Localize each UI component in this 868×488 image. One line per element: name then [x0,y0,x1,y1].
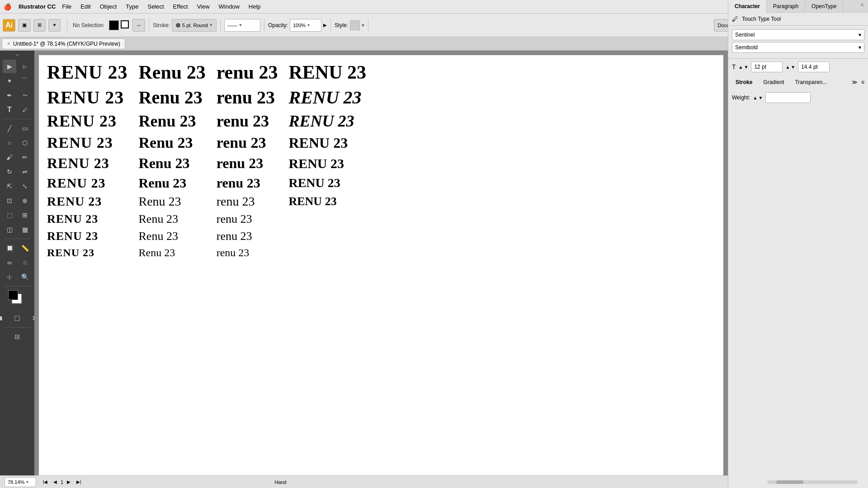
rotate-tool[interactable]: ↻ [3,165,16,178]
width-profile-select[interactable]: —— ▾ [224,19,260,32]
zoom-tool[interactable]: 🔍 [18,270,32,284]
fill-color[interactable] [109,20,119,30]
color-swatches[interactable] [8,290,26,308]
font-size-input[interactable]: 12 pt [751,61,783,72]
selection-tool[interactable]: ▶ [3,60,16,73]
panel-close-btn[interactable]: ✕ [860,2,864,8]
direct-select-tool[interactable]: ▷ [18,60,32,73]
stroke-color-swatch[interactable] [121,20,131,30]
text-cell-bold: RENU 23 [43,174,133,192]
menu-edit[interactable]: Edit [76,2,95,11]
menu-window[interactable]: Window [214,2,244,11]
separator-4 [264,19,264,32]
style-dropdown-icon: ▾ [362,22,364,28]
stroke-size-btn[interactable]: 5 pt. Round ▾ [172,19,217,32]
select-icon: ▣ [22,22,27,28]
pencil-tool[interactable]: ✏ [18,150,32,164]
type-tool[interactable]: T [3,103,16,117]
transparent-panel-tab[interactable]: Transparen... [791,78,830,87]
shape-builder-tool[interactable]: ⊕ [18,194,32,207]
menu-type[interactable]: Type [121,2,143,11]
brush-tool[interactable]: 🖌 [3,150,16,164]
fill-stroke-toggle[interactable]: ↔ [132,19,145,32]
main-area: ‹‹ ▶ ▷ ✦ ⌒ ✒ 〜 T 🖊 ╱ ▭ ○ ⬡ 🖌 ✏ [0,51,868,475]
prev-page-btn[interactable]: ◀ [51,478,60,487]
blend-tool[interactable]: ∞ [3,256,16,269]
font-family-select[interactable]: Sentinel ▾ [732,29,864,40]
text-cell-variant: RENU 23 [283,192,372,211]
perspective-tool[interactable]: ⬚ [3,208,16,222]
measure-tool[interactable]: 📏 [18,241,32,255]
table-row: RENU 23Renu 23renu 23RENU 23 [43,153,372,174]
magic-wand-tool[interactable]: ✦ [3,74,16,88]
polygon-tool[interactable]: ⬡ [18,136,32,150]
pen-tool[interactable]: ✒ [3,89,16,102]
opentype-tab[interactable]: OpenType [805,0,843,13]
switch-workspace-btn[interactable]: ⊞ [33,19,46,32]
stroke-panel-tab[interactable]: Stroke [732,78,756,87]
font-style-dropdown-icon: ▾ [859,44,861,51]
toolbox-collapse[interactable]: ‹‹ [16,52,19,57]
chart-tool[interactable]: ▦ [18,223,32,236]
scale-tool[interactable]: ⇱ [3,179,16,193]
text-cell-title: Renu 23 [133,85,211,110]
gradient-tool[interactable]: ◫ [3,223,16,236]
weight-input[interactable] [765,92,811,103]
text-cell-lower: renu 23 [211,211,283,228]
apple-menu[interactable]: 🍎 [4,3,11,10]
touch-type-tool[interactable]: 🖊 [18,103,32,117]
logo-mark-btn[interactable]: ✦ [48,19,61,32]
canvas: RENU 23Renu 23renu 23RENU 23RENU 23Renu … [39,55,723,475]
selection-label: No Selection [71,22,107,28]
paragraph-tab[interactable]: Paragraph [767,0,805,13]
tab-close-btn[interactable]: ✕ [7,41,10,46]
menu-object[interactable]: Object [95,2,122,11]
menu-select[interactable]: Select [143,2,168,11]
fill-icon[interactable]: ■ [0,311,7,325]
mesh-tool[interactable]: ⊞ [18,208,32,222]
style-swatch[interactable] [350,20,360,30]
weight-up-icon: ▲ [753,95,757,100]
menu-view[interactable]: View [193,2,214,11]
panel-options-icon[interactable]: ≫ [852,79,858,85]
zoom-value: 78.14% [8,479,24,485]
symbol-tool[interactable]: ☆ [18,256,32,269]
text-cell-title: Renu 23 [133,110,211,132]
stroke-icon[interactable]: □ [10,311,24,325]
opacity-input[interactable]: 100% ▾ [290,19,321,32]
reflect-tool[interactable]: ⇌ [18,165,32,178]
last-page-btn[interactable]: ▶| [74,478,83,487]
line-tool[interactable]: ╱ [3,122,16,135]
h-scrollbar[interactable] [767,480,858,484]
ai-icon-btn: Ai [3,19,15,32]
text-cell-variant: RENU 23 [283,60,372,85]
rect-tool[interactable]: ▭ [18,122,32,135]
lasso-tool[interactable]: ⌒ [18,74,32,88]
menu-help[interactable]: Help [244,2,265,11]
free-transform-tool[interactable]: ⊡ [3,194,16,207]
next-page-btn[interactable]: ▶ [64,478,73,487]
curvature-tool[interactable]: 〜 [18,89,32,102]
ellipse-tool[interactable]: ○ [3,136,16,150]
menu-file[interactable]: File [57,2,76,11]
slice-tool[interactable]: ⊹ [3,270,16,284]
text-cell-title: Renu 23 [133,245,211,261]
font-style-select[interactable]: Semibold ▾ [732,42,864,53]
panel-menu-icon[interactable]: ≡ [861,79,864,85]
text-cell-lower: renu 23 [211,60,283,85]
artboard-tool[interactable]: ⊟ [10,330,24,343]
character-tab[interactable]: Character [728,0,767,13]
page-nav: |◀ ◀ 1 ▶ ▶| [41,478,83,487]
warp-tool[interactable]: ⤡ [18,179,32,193]
text-cell-lower: renu 23 [211,245,283,261]
menu-effect[interactable]: Effect [169,2,193,11]
gradient-panel-tab[interactable]: Gradient [760,78,788,87]
select-art-btn[interactable]: ▣ [18,19,31,32]
eyedropper-tool[interactable]: 🔲 [3,241,16,255]
leading-input[interactable]: 14.4 pt [798,61,830,72]
text-cell-bold: RENU 23 [43,228,133,245]
document-tab[interactable]: ✕ Untitled-1* @ 78.14% (CMYK/GPU Preview… [2,38,125,49]
touch-type-label[interactable]: Touch Type Tool [742,16,781,22]
zoom-select[interactable]: 78.14% ▾ [5,477,36,487]
first-page-btn[interactable]: |◀ [41,478,50,487]
